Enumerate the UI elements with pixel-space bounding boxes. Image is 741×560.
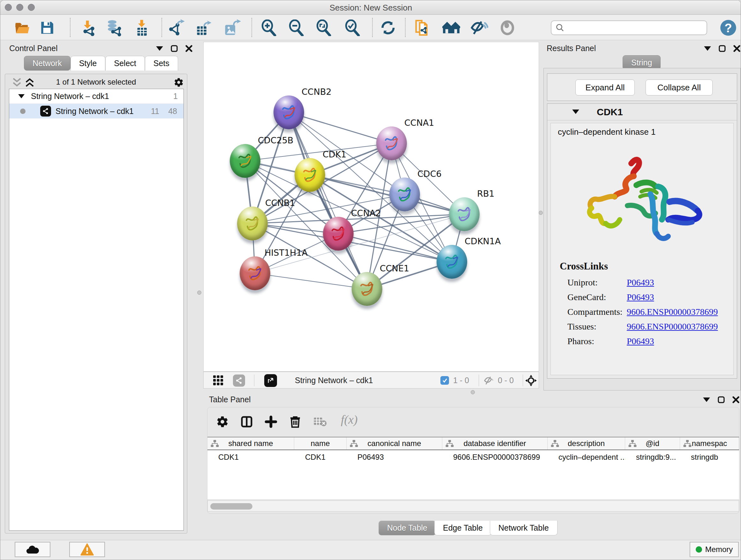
zoom-in-button[interactable] (259, 18, 278, 37)
network-node-CCNB1[interactable] (237, 206, 268, 240)
toolbar-separator (252, 18, 252, 37)
tab-sets[interactable]: Sets (145, 56, 178, 71)
scrollbar-thumb[interactable] (210, 503, 253, 509)
tab-edge-table[interactable]: Edge Table (434, 521, 491, 536)
function-builder-button[interactable]: f(x) (341, 413, 358, 427)
zoom-fit-button[interactable] (314, 18, 333, 37)
table-row[interactable]: CDK1CDK1P064939606.ENSP00000378699cyclin… (207, 450, 739, 464)
save-session-button[interactable] (38, 18, 57, 37)
column-header-description[interactable]: description (548, 437, 625, 449)
table-cell[interactable]: stringdb (680, 450, 739, 464)
network-node-CCNE1[interactable] (352, 272, 382, 306)
warnings-button[interactable] (69, 542, 105, 557)
memory-button[interactable]: Memory (690, 542, 739, 557)
table-options-button[interactable] (215, 415, 230, 429)
gear-icon[interactable] (174, 77, 184, 87)
tab-network[interactable]: Network (24, 56, 71, 71)
panel-menu-icon[interactable] (156, 46, 163, 51)
network-node-HIST1H1A[interactable] (240, 256, 270, 290)
table-horizontal-scrollbar[interactable] (207, 501, 739, 511)
fit-selected-crosshair-icon[interactable] (525, 375, 537, 386)
network-node-CDK1[interactable] (294, 158, 325, 192)
cloud-status-button[interactable] (15, 542, 51, 557)
table-cell[interactable]: stringdb:9... (625, 450, 680, 464)
right-splitter-handle[interactable] (539, 211, 543, 215)
left-splitter-handle[interactable] (197, 291, 201, 295)
expand-all-button[interactable]: Expand All (576, 79, 635, 96)
search-input[interactable] (565, 23, 699, 32)
cdk1-section-header[interactable]: CDK1 (547, 104, 737, 120)
network-node-CCNA2[interactable] (323, 217, 354, 251)
tab-node-table[interactable]: Node Table (379, 521, 436, 536)
zoom-selected-button[interactable] (343, 18, 361, 37)
float-panel-icon[interactable] (719, 45, 726, 52)
export-network-button[interactable] (167, 18, 186, 37)
table-cell[interactable]: cyclin–dependent ... (548, 450, 625, 464)
clone-network-button[interactable] (413, 18, 432, 37)
delete-column-button[interactable] (288, 415, 302, 429)
network-node-CDC6[interactable] (389, 178, 420, 211)
control-panel: Control Panel NetworkStyleSelectSets 1 o… (3, 42, 190, 536)
close-panel-icon[interactable] (733, 45, 740, 52)
show-hide-graphics-button[interactable] (470, 18, 488, 37)
tab-network-table[interactable]: Network Table (490, 521, 557, 536)
node-table: shared namenamecanonical namedatabase id… (207, 437, 739, 500)
table-cell[interactable]: 9606.ENSP00000378699 (442, 450, 548, 464)
first-neighbors-button[interactable] (442, 18, 461, 37)
highlight-button[interactable] (498, 18, 517, 37)
table-cell[interactable]: CDK1 (207, 450, 294, 464)
network-view-canvas[interactable]: CCNB2CCNA1CDC25BCDK1CDC6RB1CCNB1CCNA2CDK… (203, 42, 539, 372)
float-panel-icon[interactable] (171, 45, 178, 52)
selected-checkbox-icon[interactable] (441, 376, 449, 385)
panel-menu-icon[interactable] (704, 46, 711, 51)
panel-menu-icon[interactable] (703, 397, 710, 402)
import-network-from-file-button[interactable] (78, 18, 97, 37)
node-label-CDC25B: CDC25B (258, 135, 293, 145)
section-expander-icon[interactable] (572, 110, 579, 114)
open-session-button[interactable] (13, 18, 31, 37)
export-table-button[interactable] (195, 18, 213, 37)
cloud-icon (25, 544, 40, 555)
crosslink-link[interactable]: P06493 (627, 292, 654, 302)
network-node-CCNB2[interactable] (273, 96, 304, 129)
zoom-out-button[interactable] (287, 18, 306, 37)
birds-eye-view-icon[interactable] (213, 375, 225, 386)
delete-table-button[interactable] (313, 415, 327, 429)
import-network-from-database-button[interactable] (105, 18, 123, 37)
network-node-CDC25B[interactable] (230, 144, 260, 178)
close-panel-icon[interactable] (732, 396, 739, 403)
column-header-shared-name[interactable]: shared name (207, 437, 294, 449)
import-table-from-file-button[interactable] (132, 18, 151, 37)
column-header-database-identifier[interactable]: database identifier (442, 437, 548, 449)
help-button[interactable]: ? (719, 18, 738, 37)
create-column-button[interactable] (264, 415, 278, 429)
crosslink-link[interactable]: P06493 (627, 336, 654, 347)
open-in-window-button[interactable] (264, 374, 277, 387)
crosslink-link[interactable]: 9606.ENSP00000378699 (627, 307, 718, 317)
crosslink-link[interactable]: 9606.ENSP00000378699 (627, 321, 718, 332)
gene-description: cyclin–dependent kinase 1 (558, 127, 656, 137)
table-cell[interactable]: P06493 (347, 450, 442, 464)
column-header-canonical-name[interactable]: canonical name (347, 437, 442, 449)
collection-expander-icon[interactable] (18, 94, 24, 98)
plus-icon (265, 415, 277, 428)
network-collection-row[interactable]: String Network – cdk1 1 (9, 89, 184, 104)
network-node-RB1[interactable] (449, 197, 480, 231)
tab-style[interactable]: Style (71, 56, 106, 71)
export-image-button[interactable] (223, 18, 242, 37)
column-header-name[interactable]: name (294, 437, 347, 449)
network-row-selected[interactable]: String Network – cdk1 11 48 (9, 104, 184, 118)
column-header--id[interactable]: @id (625, 437, 680, 449)
tab-select[interactable]: Select (105, 56, 145, 71)
search-box[interactable] (551, 20, 707, 35)
collapse-all-button[interactable]: Collapse All (646, 79, 713, 96)
column-header-namespac[interactable]: namespac (680, 437, 739, 449)
show-columns-button[interactable] (239, 415, 254, 429)
float-panel-icon[interactable] (718, 396, 725, 403)
network-node-CCNA1[interactable] (376, 126, 407, 160)
network-node-CDKN1A[interactable] (436, 245, 467, 279)
table-cell[interactable]: CDK1 (294, 450, 347, 464)
refresh-view-button[interactable] (379, 18, 397, 37)
crosslink-link[interactable]: P06493 (627, 277, 654, 288)
close-panel-icon[interactable] (185, 45, 192, 52)
